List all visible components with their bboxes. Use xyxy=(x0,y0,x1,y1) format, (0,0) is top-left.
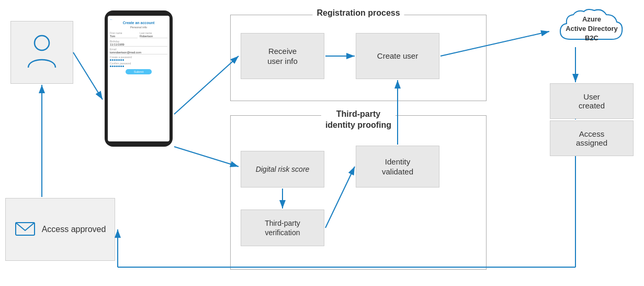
third-party-verification-box: Third-partyverification xyxy=(241,210,324,246)
phone-outer: ← Create an account Personal info First … xyxy=(105,10,173,147)
access-approved-label: Access approved xyxy=(42,225,106,234)
identity-validated-label: Identityvalidated xyxy=(382,157,413,177)
create-user-box: Create user xyxy=(356,33,439,79)
identity-validated-box: Identityvalidated xyxy=(356,146,439,188)
submit-button[interactable]: Submit xyxy=(126,69,152,74)
phone-container: ← Create an account Personal info First … xyxy=(105,10,173,168)
svg-line-5 xyxy=(174,56,239,114)
azure-title: AzureActive DirectoryB2C xyxy=(566,15,618,43)
phone-screen: ← Create an account Personal info First … xyxy=(108,16,170,141)
identity-proofing-box: Third-partyidentity proofing xyxy=(230,115,487,270)
digital-risk-label: Digital risk score xyxy=(256,164,310,174)
password-label: Create a password xyxy=(110,56,167,59)
digital-risk-score-box: Digital risk score xyxy=(241,151,324,188)
user-created-box: Usercreated xyxy=(550,83,634,119)
confirm-label: Confirm password xyxy=(110,62,167,65)
birthday-value: 11/11/1989 xyxy=(110,43,167,47)
registration-process-title: Registration process xyxy=(312,8,404,18)
access-approved-box: Access approved xyxy=(5,198,115,261)
mail-icon xyxy=(15,221,36,238)
user-box xyxy=(10,21,73,84)
svg-point-0 xyxy=(35,36,49,50)
cloud-shape: AzureActive DirectoryB2C xyxy=(550,5,634,47)
lastname-value: Robertson xyxy=(140,35,167,38)
access-assigned-box: Accessassigned xyxy=(550,120,634,156)
identity-proofing-title: Third-partyidentity proofing xyxy=(321,109,396,131)
phone-screen-title: Create an account xyxy=(110,21,167,25)
third-party-verification-label: Third-partyverification xyxy=(265,218,300,237)
receive-user-info-box: Receiveuser info xyxy=(241,33,324,79)
access-assigned-label: Accessassigned xyxy=(576,129,607,147)
user-created-label: Usercreated xyxy=(579,92,605,110)
receive-user-info-label: Receiveuser info xyxy=(267,46,298,67)
create-user-label: Create user xyxy=(377,51,418,61)
firstname-value: Tom xyxy=(110,35,138,38)
svg-line-10 xyxy=(174,147,239,167)
svg-line-18 xyxy=(174,56,239,126)
user-icon xyxy=(26,34,58,72)
azure-cloud: AzureActive DirectoryB2C xyxy=(550,5,634,47)
email-value: tomrobertson@mail.com xyxy=(110,51,167,54)
svg-line-4 xyxy=(73,52,103,100)
diagram-container: Access approved ← Create an account Pers… xyxy=(0,0,644,286)
phone-screen-subtitle: Personal info xyxy=(110,26,167,29)
